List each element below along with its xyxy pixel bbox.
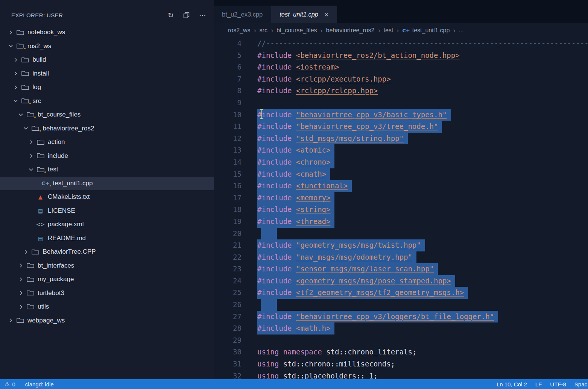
line-number[interactable]: 6 xyxy=(214,61,242,73)
tree-item-turtlebot3[interactable]: turtlebot3 xyxy=(0,286,214,300)
line-number[interactable]: 10 xyxy=(214,109,242,121)
tree-item-README.md[interactable]: ▤README.md xyxy=(0,232,214,245)
code-line[interactable]: 18#include <string> xyxy=(214,204,588,216)
collapse-folders-icon[interactable] xyxy=(183,12,190,18)
tree-item-install[interactable]: install xyxy=(0,67,214,81)
line-number[interactable]: 32 xyxy=(214,370,242,379)
code-line[interactable]: 14#include <chrono> xyxy=(214,156,588,168)
breadcrumb-item[interactable]: C+test_unit1.cpp xyxy=(402,27,450,34)
code-line[interactable]: 16#include <functional> xyxy=(214,180,588,192)
tree-item-BehaviorTree.CPP[interactable]: BehaviorTree.CPP xyxy=(0,245,214,259)
tree-item-test[interactable]: test xyxy=(0,163,214,177)
line-number[interactable]: 5 xyxy=(214,50,242,62)
code-line[interactable]: 13#include <atomic> xyxy=(214,144,588,156)
breadcrumb-item[interactable]: bt_course_files xyxy=(277,27,317,34)
code-line[interactable]: 12#include "std_msgs/msg/string.hpp" xyxy=(214,133,588,145)
tree-item-ros2_ws[interactable]: ros2_ws xyxy=(0,39,214,53)
line-number[interactable]: 18 xyxy=(214,204,242,216)
eol-indicator[interactable]: LF xyxy=(535,381,542,387)
line-number[interactable]: 17 xyxy=(214,192,242,204)
code-line[interactable]: 25#include <tf2_geometry_msgs/tf2_geomet… xyxy=(214,287,588,299)
tab-bt_u2_ex3.cpp[interactable]: bt_u2_ex3.cpp xyxy=(214,6,271,23)
line-number[interactable]: 14 xyxy=(214,156,242,168)
line-number[interactable]: 12 xyxy=(214,133,242,145)
code-line[interactable]: 15#include <cmath> xyxy=(214,168,588,180)
code-line[interactable]: 26 xyxy=(214,299,588,311)
line-number[interactable]: 30 xyxy=(214,346,242,358)
line-number[interactable]: 7 xyxy=(214,73,242,85)
code-area[interactable]: 4//-------------------------------------… xyxy=(214,38,588,379)
tree-item-test_unit1.cpp[interactable]: C+test_unit1.cpp xyxy=(0,177,214,191)
tree-item-my_package[interactable]: my_package xyxy=(0,272,214,286)
breadcrumb-item[interactable]: test xyxy=(384,27,394,34)
line-number[interactable]: 25 xyxy=(214,287,242,299)
line-number[interactable]: 15 xyxy=(214,168,242,180)
line-number[interactable]: 19 xyxy=(214,216,242,228)
code-line[interactable]: 8#include <rclcpp/rclcpp.hpp> xyxy=(214,85,588,97)
code-line[interactable]: 24#include <geometry_msgs/msg/pose_stamp… xyxy=(214,275,588,287)
code-line[interactable]: 11#include "behaviortree_cpp_v3/tree_nod… xyxy=(214,121,588,133)
line-number[interactable]: 28 xyxy=(214,322,242,335)
tree-item-behaviortree_ros2[interactable]: behaviortree_ros2 xyxy=(0,122,214,136)
code-line[interactable]: 20 xyxy=(214,228,588,240)
breadcrumb-item[interactable]: behaviortree_ros2 xyxy=(326,27,375,34)
line-number[interactable]: 8 xyxy=(214,85,242,97)
line-number[interactable]: 9 xyxy=(214,97,242,109)
code-line[interactable]: 29 xyxy=(214,335,588,347)
tree-item-webpage_ws[interactable]: webpage_ws xyxy=(0,314,214,328)
code-line[interactable]: 5#include <behaviortree_ros2/bt_action_n… xyxy=(214,50,588,62)
language-server-status[interactable]: clangd: idle xyxy=(25,381,54,387)
close-icon[interactable]: × xyxy=(324,11,329,18)
code-line[interactable]: 22#include "nav_msgs/msg/odometry.hpp" xyxy=(214,251,588,263)
breadcrumb-item[interactable]: ... xyxy=(459,27,463,34)
tree-item-notebook_ws[interactable]: notebook_ws xyxy=(0,26,214,39)
code-line[interactable]: 10#include "behaviortree_cpp_v3/basic_ty… xyxy=(214,109,588,121)
encoding-indicator[interactable]: UTF-8 xyxy=(550,381,566,387)
code-line[interactable]: 23#include "sensor_msgs/msg/laser_scan.h… xyxy=(214,263,588,275)
code-line[interactable]: 27#include "behaviortree_cpp_v3/loggers/… xyxy=(214,311,588,323)
code-line[interactable]: 28#include <math.h> xyxy=(214,322,588,335)
code-line[interactable]: 19#include <thread> xyxy=(214,216,588,228)
line-number[interactable]: 16 xyxy=(214,180,242,192)
line-number[interactable]: 23 xyxy=(214,263,242,275)
code-line[interactable]: 31using std::chrono::milliseconds; xyxy=(214,358,588,370)
line-number[interactable]: 24 xyxy=(214,275,242,287)
tree-item-bt_interfaces[interactable]: bt_interfaces xyxy=(0,259,214,273)
problems-indicator[interactable]: ⚠ 0 xyxy=(5,381,15,387)
tree-item-package.xml[interactable]: <>package.xml xyxy=(0,218,214,232)
refresh-icon[interactable]: ↻ xyxy=(168,12,174,19)
breadcrumb-item[interactable]: src xyxy=(260,27,267,34)
line-number[interactable]: 22 xyxy=(214,251,242,263)
code-line[interactable]: 7#include <rclcpp/executors.hpp> xyxy=(214,73,588,85)
breadcrumb-item[interactable]: ros2_ws xyxy=(228,27,251,34)
code-line[interactable]: 6#include <iostream> xyxy=(214,61,588,73)
indentation-indicator[interactable]: Spac xyxy=(574,381,587,387)
line-number[interactable]: 4 xyxy=(214,38,242,50)
tree-item-LICENSE[interactable]: ▤LICENSE xyxy=(0,204,214,218)
line-number[interactable]: 27 xyxy=(214,311,242,323)
tree-item-CMakeLists.txt[interactable]: ▲CMakeLists.txt xyxy=(0,190,214,204)
tree-item-utils[interactable]: utils xyxy=(0,300,214,314)
tab-test_unit1.cpp[interactable]: test_unit1.cpp× xyxy=(271,6,337,23)
code-line[interactable]: 30using namespace std::chrono_literals; xyxy=(214,346,588,358)
line-number[interactable]: 29 xyxy=(214,335,242,347)
tree-item-log[interactable]: log xyxy=(0,80,214,94)
code-line[interactable]: 21#include "geometry_msgs/msg/twist.hpp" xyxy=(214,239,588,251)
code-line[interactable]: 4//-------------------------------------… xyxy=(214,38,588,50)
line-number[interactable]: 11 xyxy=(214,121,242,133)
cursor-position[interactable]: Ln 10, Col 2 xyxy=(497,381,527,387)
code-line[interactable]: 32using std::placeholders::_1; xyxy=(214,370,588,379)
more-actions-icon[interactable]: ⋯ xyxy=(199,12,206,19)
tree-item-action[interactable]: action xyxy=(0,135,214,149)
code-line[interactable]: 9 xyxy=(214,97,588,109)
line-number[interactable]: 26 xyxy=(214,299,242,311)
line-number[interactable]: 20 xyxy=(214,228,242,240)
tree-item-build[interactable]: build xyxy=(0,53,214,67)
line-number[interactable]: 21 xyxy=(214,239,242,251)
tree-item-include[interactable]: include xyxy=(0,149,214,163)
line-number[interactable]: 13 xyxy=(214,144,242,156)
tree-item-bt_course_files[interactable]: bt_course_files xyxy=(0,108,214,122)
line-number[interactable]: 31 xyxy=(214,358,242,370)
code-line[interactable]: 17#include <memory> xyxy=(214,192,588,204)
tree-item-src[interactable]: src xyxy=(0,94,214,108)
